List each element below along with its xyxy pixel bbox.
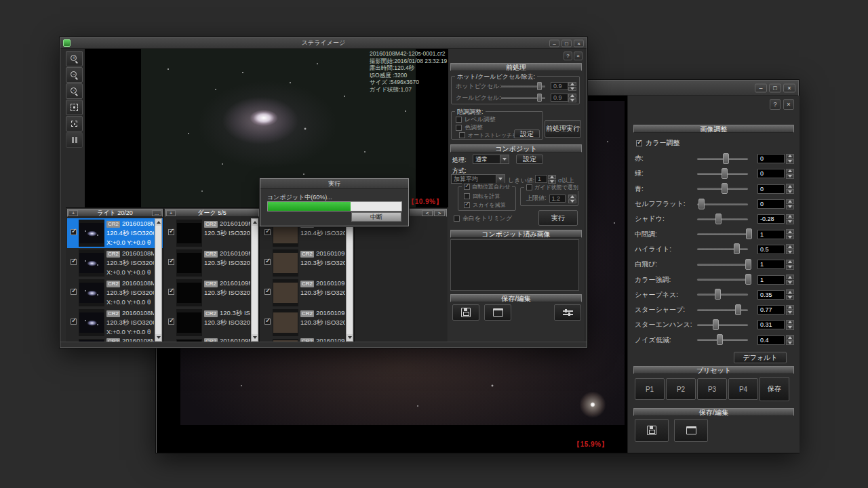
- list-item[interactable]: CR220160109M42 120.3秒 ISO3200 54: [261, 248, 354, 278]
- minimize-icon[interactable]: –: [755, 83, 767, 92]
- list-item[interactable]: CR220160109M42 120.3秒 ISO3200 54: [261, 278, 354, 308]
- blue-value[interactable]: 0: [757, 184, 785, 194]
- midtone-slider[interactable]: [697, 233, 748, 235]
- hot-pixel-value[interactable]: 0.9: [551, 82, 568, 90]
- autostretch-checkbox[interactable]: [459, 132, 465, 138]
- save-button[interactable]: [635, 419, 669, 442]
- default-button[interactable]: デフォルト: [734, 352, 787, 363]
- starsharp-spinner[interactable]: [786, 305, 794, 315]
- save-button[interactable]: [452, 304, 479, 321]
- list-item[interactable]: CR220160108M 120.4秒 ISO3200 X:+0.0 Y:+0.…: [67, 218, 163, 248]
- color-adjust-checkbox[interactable]: [636, 140, 642, 146]
- shadow-slider[interactable]: [697, 218, 748, 220]
- clip-slider[interactable]: [697, 264, 748, 266]
- green-slider[interactable]: [697, 173, 748, 175]
- prev-page-icon[interactable]: <: [422, 210, 433, 216]
- preset-p3-button[interactable]: P3: [697, 378, 727, 400]
- item-checkbox[interactable]: [168, 289, 174, 295]
- sharpness-value[interactable]: 0.35: [757, 290, 785, 300]
- composite-run-button[interactable]: 実行: [538, 210, 578, 226]
- cool-pixel-value[interactable]: 0.9: [551, 94, 568, 102]
- adjust-button[interactable]: [554, 304, 581, 321]
- highlight-spinner[interactable]: [786, 244, 794, 254]
- minimize-icon[interactable]: –: [549, 39, 559, 47]
- list-item[interactable]: CR220160109M 120.3秒 ISO3200: [165, 248, 259, 278]
- panel-close-icon[interactable]: ×: [783, 99, 794, 110]
- close-icon[interactable]: ×: [783, 83, 795, 92]
- item-checkbox[interactable]: [71, 319, 77, 325]
- panel-close-icon[interactable]: ×: [574, 52, 583, 60]
- item-checkbox[interactable]: [71, 289, 77, 295]
- scroll-down-icon[interactable]: [347, 334, 353, 341]
- preprocess-run-button[interactable]: 前処理実行: [545, 120, 581, 138]
- blue-spinner[interactable]: [786, 184, 794, 194]
- starenhance-spinner[interactable]: [786, 320, 794, 330]
- starenhance-slider[interactable]: [697, 324, 748, 326]
- zoom-out-button[interactable]: −: [66, 67, 83, 83]
- red-spinner[interactable]: [786, 154, 794, 164]
- starsharp-slider[interactable]: [697, 309, 748, 311]
- scroll-down-icon[interactable]: [155, 334, 161, 341]
- cool-pixel-spinner[interactable]: [568, 94, 576, 102]
- clip-value[interactable]: 1: [757, 260, 785, 269]
- starenhance-value[interactable]: 0.31: [757, 320, 785, 329]
- green-value[interactable]: 0: [757, 169, 785, 178]
- highlight-slider[interactable]: [697, 248, 748, 250]
- cool-pixel-slider[interactable]: [501, 97, 545, 99]
- list-item[interactable]: CR220160108M 120.3秒 ISO3200 X:+0.0 Y:+0.…: [67, 248, 163, 278]
- limit-spinner[interactable]: [568, 195, 576, 203]
- shadow-spinner[interactable]: [786, 214, 794, 224]
- process-dropdown[interactable]: 通常: [473, 155, 509, 164]
- more-button[interactable]: ...: [152, 210, 161, 216]
- selfflat-value[interactable]: 0: [757, 199, 785, 209]
- sharpness-spinner[interactable]: [786, 289, 794, 300]
- scrollbar[interactable]: [155, 218, 162, 342]
- color-adjust-checkbox[interactable]: [456, 125, 462, 131]
- limit-value[interactable]: 1.2: [549, 195, 566, 203]
- composited-list[interactable]: [450, 239, 579, 291]
- method-dropdown[interactable]: 加算平均: [451, 174, 505, 184]
- open-window-button[interactable]: [674, 419, 708, 442]
- list-item[interactable]: CR2120.3秒 ISO3200 120.3秒 ISO3200: [165, 308, 259, 338]
- rotation-checkbox[interactable]: [464, 193, 470, 199]
- zoom-actual-button[interactable]: ·: [66, 83, 83, 99]
- item-checkbox[interactable]: [71, 259, 77, 265]
- item-checkbox[interactable]: [168, 259, 174, 265]
- zoom-in-button[interactable]: +: [66, 51, 83, 66]
- hot-pixel-slider[interactable]: [501, 85, 545, 87]
- threshold-value[interactable]: 1: [535, 175, 547, 183]
- shadow-value[interactable]: -0.28: [757, 214, 785, 224]
- composite-settings-button[interactable]: 設定: [516, 155, 543, 164]
- red-value[interactable]: 0: [757, 154, 785, 163]
- fit-screen-button[interactable]: [66, 100, 83, 115]
- fit-window-button[interactable]: [66, 116, 83, 131]
- midtone-spinner[interactable]: [786, 229, 794, 239]
- preset-p1-button[interactable]: P1: [635, 378, 665, 400]
- item-checkbox[interactable]: [264, 259, 271, 265]
- tone-settings-button[interactable]: 設定: [514, 129, 540, 138]
- scroll-up-icon[interactable]: [252, 219, 258, 226]
- next-page-icon[interactable]: >: [434, 210, 445, 216]
- scrollbar[interactable]: [251, 218, 258, 342]
- clip-spinner[interactable]: [786, 260, 794, 270]
- guide-select-checkbox[interactable]: [526, 184, 532, 190]
- item-checkbox[interactable]: [264, 319, 271, 325]
- compare-button[interactable]: [66, 132, 83, 148]
- help-icon[interactable]: ?: [770, 99, 781, 110]
- maximize-icon[interactable]: □: [561, 39, 572, 47]
- noise-spinner[interactable]: [786, 335, 794, 345]
- help-icon[interactable]: ?: [564, 52, 572, 60]
- trim-checkbox[interactable]: [454, 216, 460, 222]
- noise-slider[interactable]: [697, 339, 748, 341]
- selfflat-spinner[interactable]: [786, 199, 794, 209]
- level-adjust-checkbox[interactable]: [456, 117, 462, 123]
- front-window-titlebar[interactable]: ステライメージ – □ ×: [60, 38, 587, 49]
- selfflat-slider[interactable]: [697, 203, 748, 205]
- sharpness-slider[interactable]: [697, 293, 748, 296]
- auto-align-checkbox[interactable]: [464, 184, 470, 190]
- item-checkbox[interactable]: [264, 229, 271, 235]
- close-icon[interactable]: ×: [574, 39, 584, 47]
- colorboost-slider[interactable]: [697, 279, 748, 281]
- scroll-up-icon[interactable]: [155, 219, 161, 226]
- item-checkbox[interactable]: [264, 289, 271, 295]
